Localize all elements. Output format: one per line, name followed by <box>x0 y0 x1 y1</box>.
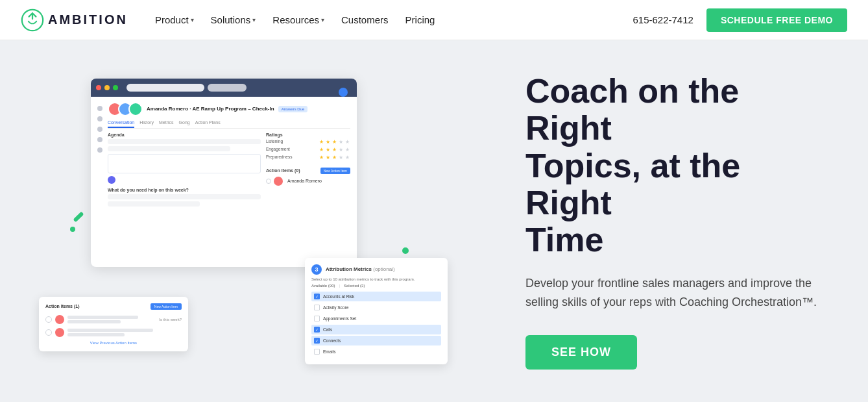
bl-item-2 <box>45 328 182 337</box>
nav-solutions-label: Solutions <box>211 14 251 25</box>
star-4[interactable]: ★ <box>339 155 344 160</box>
br-separator: | <box>339 284 340 288</box>
hero-heading-line1: Coach on the Right <box>525 72 739 147</box>
br-title: Attribution Metrics (optional) <box>326 266 395 272</box>
star-5[interactable]: ★ <box>345 147 350 152</box>
action-items-label: Action Items (0) <box>266 168 300 173</box>
rating-preparedness-label: Preparedness <box>266 155 292 159</box>
hero-copy: Coach on the Right Topics, at the Right … <box>512 73 829 370</box>
br-available[interactable]: Available (90) <box>311 284 335 288</box>
logo-text: AMBITION <box>48 12 128 27</box>
metric-checkbox[interactable] <box>314 327 320 333</box>
bl-avatar-1 <box>55 315 64 324</box>
left-column: Agenda What do you need help on this wee… <box>108 132 261 208</box>
br-selected[interactable]: Selected (3) <box>344 284 365 288</box>
hero-heading-line2: Topics, at the Right <box>525 147 740 221</box>
metric-checkbox[interactable] <box>314 294 320 299</box>
window-minimize-dot <box>104 85 110 90</box>
bl-check-2 <box>45 329 52 336</box>
schedule-demo-button[interactable]: SCHEDULE FREE DEMO <box>706 8 847 32</box>
metric-checkbox[interactable] <box>314 305 320 310</box>
panel-content: Amanda Romero · AE Ramp Up Program – Che… <box>108 102 350 208</box>
panel-header-bar <box>91 79 357 97</box>
nav-item-customers[interactable]: Customers <box>335 9 395 31</box>
agenda-label: Agenda <box>108 132 261 137</box>
star-2[interactable]: ★ <box>326 147 331 152</box>
agenda-text-1 <box>108 139 261 144</box>
bl-line <box>67 316 138 319</box>
resources-chevron-icon: ▾ <box>321 16 324 23</box>
panel-title-row: Amanda Romero · AE Ramp Up Program – Che… <box>108 102 350 116</box>
metric-checkbox[interactable] <box>314 338 320 344</box>
nav-item-pricing[interactable]: Pricing <box>399 9 442 31</box>
panel-body: Amanda Romero · AE Ramp Up Program – Che… <box>91 97 357 214</box>
bl-title: Action Items (1) <box>45 304 80 308</box>
star-3[interactable]: ★ <box>332 147 337 152</box>
bl-line <box>67 329 153 332</box>
star-3[interactable]: ★ <box>332 155 337 160</box>
star-2[interactable]: ★ <box>326 139 331 144</box>
tab-history[interactable]: History <box>139 120 154 128</box>
metric-label: Appointments Set <box>323 316 356 321</box>
metric-item-calls[interactable]: Calls <box>311 325 441 334</box>
rating-engagement-label: Engagement <box>266 147 290 151</box>
rating-engagement-stars: ★ ★ ★ ★ ★ <box>319 147 350 152</box>
bl-footer[interactable]: View Previous Action Items <box>45 341 182 345</box>
hero-subtext: Develop your frontline sales managers an… <box>525 274 829 312</box>
see-how-button[interactable]: SEE HOW <box>525 335 637 370</box>
metric-label: Accounts at Risk <box>323 294 354 299</box>
tab-metrics[interactable]: Metrics <box>159 120 174 128</box>
needs-help-text-1 <box>108 194 261 199</box>
nav-item-solutions[interactable]: Solutions ▾ <box>204 9 263 31</box>
br-optional: (optional) <box>373 266 394 272</box>
accent-decoration <box>70 227 75 232</box>
metric-item-connects[interactable]: Connects <box>311 336 441 345</box>
nav-item-product[interactable]: Product ▾ <box>149 9 200 31</box>
metric-item-emails[interactable]: Emails <box>311 347 441 357</box>
bl-check-1 <box>45 316 52 323</box>
metric-item-accounts[interactable]: Accounts at Risk <box>311 292 441 301</box>
action-items-panel: Action Items (1) New Action Item Is this… <box>39 297 188 351</box>
star-1[interactable]: ★ <box>319 139 324 144</box>
metric-checkbox[interactable] <box>314 349 320 355</box>
action-items-header: Action Items (0) New Action Item <box>266 168 350 174</box>
nav-item-resources[interactable]: Resources ▾ <box>266 9 331 31</box>
tab-gong[interactable]: Gong <box>179 120 190 128</box>
metric-label: Connects <box>323 338 341 343</box>
panel-tabs: Conversation History Metrics Gong Action… <box>108 120 350 129</box>
logo-link[interactable]: AMBITION <box>21 8 128 32</box>
metric-item-activity[interactable]: Activity Score <box>311 303 441 312</box>
agenda-text-2 <box>108 146 230 151</box>
bl-lines-2 <box>67 329 182 336</box>
sidebar-dot <box>97 147 102 153</box>
star-1[interactable]: ★ <box>319 147 324 152</box>
br-filter: Available (90) | Selected (3) <box>311 284 441 288</box>
tab-action-plans[interactable]: Action Plans <box>195 120 221 128</box>
hero-mockup: Amanda Romero · AE Ramp Up Program – Che… <box>39 79 474 364</box>
rating-listening-stars: ★ ★ ★ ★ ★ <box>319 139 350 144</box>
star-3[interactable]: ★ <box>332 139 337 144</box>
metric-checkbox[interactable] <box>314 316 320 321</box>
rating-listening-label: Listening <box>266 139 283 144</box>
star-5[interactable]: ★ <box>345 139 350 144</box>
star-4[interactable]: ★ <box>339 139 344 144</box>
bl-lines-1 <box>67 316 156 323</box>
metric-label: Activity Score <box>323 305 348 310</box>
bl-new-action-btn[interactable]: New Action Item <box>151 303 182 310</box>
rating-preparedness: Preparedness ★ ★ ★ ★ ★ <box>266 155 350 160</box>
nav-phone[interactable]: 615-622-7412 <box>633 14 693 25</box>
br-step-number: 3 <box>311 264 322 275</box>
agenda-input[interactable] <box>108 154 261 173</box>
metric-item-appointments[interactable]: Appointments Set <box>311 314 441 323</box>
accent-decoration <box>73 211 84 222</box>
user-icon <box>108 176 115 184</box>
star-5[interactable]: ★ <box>345 155 350 160</box>
star-4[interactable]: ★ <box>339 147 344 152</box>
star-1[interactable]: ★ <box>319 155 324 160</box>
accent-decoration <box>402 247 409 254</box>
star-2[interactable]: ★ <box>326 155 331 160</box>
nav-links: Product ▾ Solutions ▾ Resources ▾ Custom… <box>149 9 633 31</box>
tab-conversation[interactable]: Conversation <box>108 120 134 128</box>
new-action-btn[interactable]: New Action Item <box>320 168 350 174</box>
window-close-dot <box>96 85 101 90</box>
